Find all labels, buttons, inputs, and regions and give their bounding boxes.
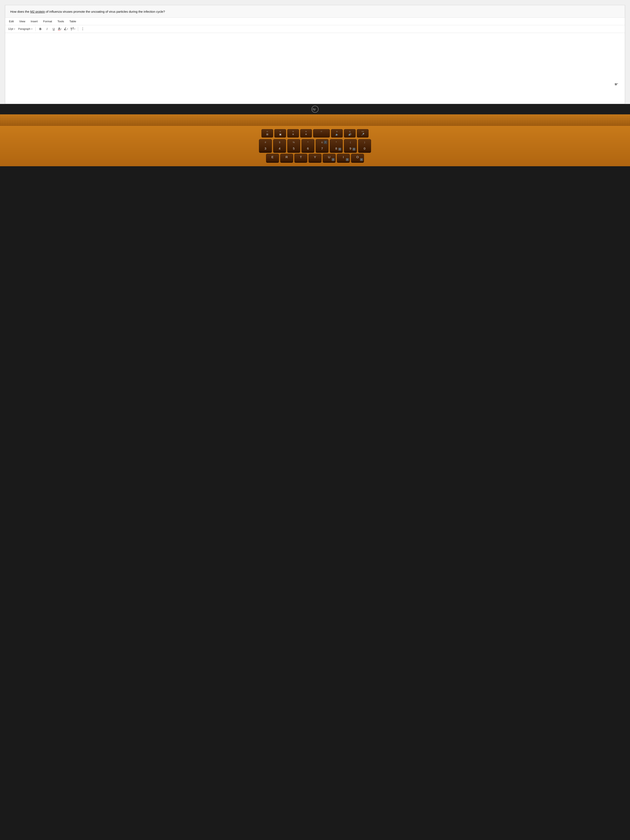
- fn-key-f3[interactable]: f3 ⊞: [262, 129, 273, 137]
- italic-button[interactable]: I: [44, 27, 50, 32]
- key-t[interactable]: T: [294, 154, 307, 162]
- paragraph-chevron: ∨: [31, 28, 33, 30]
- fn-key-f7[interactable]: f7: [313, 129, 330, 137]
- underline-button[interactable]: U: [51, 27, 57, 32]
- fn-key-f9[interactable]: f9 🔊: [344, 129, 355, 137]
- number-row: # 3 $ 4 % 5 ^ 6 7 & 7 8 * 8 9 ( 9: [2, 139, 628, 152]
- menu-insert[interactable]: Insert: [30, 19, 38, 23]
- key-y[interactable]: Y: [308, 154, 322, 162]
- more-options-dots: ⋮: [81, 27, 84, 31]
- key-o[interactable]: O 6: [351, 154, 364, 162]
- font-color-button[interactable]: A ∨: [58, 27, 62, 31]
- key-o-badge: 6: [360, 158, 363, 161]
- document-container: How does the M2 protein of influenza vir…: [5, 5, 625, 104]
- key-7[interactable]: 7 & 7: [316, 139, 328, 152]
- key-9[interactable]: 9 ( 9: [344, 139, 357, 152]
- fn-key-f6[interactable]: f6 ✳: [300, 129, 312, 137]
- paragraph-style-dropdown[interactable]: Paragraph ∨: [17, 27, 33, 31]
- fn-key-f8[interactable]: f8 🔈: [331, 129, 343, 137]
- key-0[interactable]: ) 0: [358, 139, 371, 152]
- screen-bezel-bottom: hp: [0, 104, 630, 114]
- highlight-chevron: ∨: [67, 28, 68, 30]
- letter-row-bottom: E R T Y U 4 I 5 O 6: [2, 154, 628, 162]
- keyboard-area: f3 ⊞ f4 ▣ f5 ✳ f6 ✳ f7 f8 🔈 f9 🔊 f10: [0, 126, 630, 166]
- hp-logo: hp: [311, 106, 319, 113]
- question-text-start: How does the: [10, 10, 30, 13]
- toolbar-separator-1: [35, 27, 36, 31]
- key-u-badge: 4: [332, 158, 335, 161]
- menu-edit[interactable]: Edit: [8, 19, 14, 23]
- question-text: How does the M2 protein of influenza vir…: [5, 5, 625, 18]
- editor-content[interactable]: ☛: [5, 33, 625, 104]
- svg-text:hp: hp: [313, 107, 316, 111]
- key-3[interactable]: # 3: [259, 139, 272, 152]
- more-options-button[interactable]: ⋮: [80, 27, 85, 31]
- toolbar-separator-2: [78, 27, 78, 31]
- hand-cursor-icon: ☛: [614, 82, 619, 87]
- highlight-label: ∠: [64, 27, 67, 31]
- m2-protein-link[interactable]: M2 protein: [30, 10, 45, 13]
- screen-area: How does the M2 protein of influenza vir…: [0, 0, 630, 104]
- question-text-end: of influenza viruses promote the uncoati…: [45, 10, 165, 13]
- superscript-chevron: ∨: [74, 28, 76, 30]
- fn-key-f10[interactable]: f10 🎤: [357, 129, 368, 137]
- key-r[interactable]: R: [280, 154, 293, 162]
- key-u[interactable]: U 4: [323, 154, 336, 162]
- toolbar: 12pt ∨ Paragraph ∨ B I U A: [5, 25, 625, 33]
- superscript-label: T2: [70, 27, 74, 31]
- menu-tools[interactable]: Tools: [57, 19, 65, 23]
- key-9-badge: 9: [352, 148, 355, 151]
- key-8[interactable]: 8 * 8: [330, 139, 343, 152]
- fn-key-f5[interactable]: f5 ✳: [287, 129, 299, 137]
- speaker-grille: // Generate dots inline: [0, 114, 630, 126]
- key-i-badge: 5: [346, 158, 349, 161]
- key-e[interactable]: E: [266, 154, 279, 162]
- fn-row: f3 ⊞ f4 ▣ f5 ✳ f6 ✳ f7 f8 🔈 f9 🔊 f10: [2, 129, 628, 137]
- menu-bar: Edit View Insert Format Tools Table: [5, 18, 625, 25]
- font-size-chevron: ∨: [14, 28, 15, 30]
- key-6[interactable]: ^ 6: [302, 139, 314, 152]
- menu-format[interactable]: Format: [42, 19, 53, 23]
- font-color-label: A: [58, 27, 60, 31]
- key-8-badge: 8: [338, 148, 341, 151]
- superscript-button[interactable]: T2 ∨: [70, 26, 76, 32]
- menu-table[interactable]: Table: [68, 19, 77, 23]
- font-size-dropdown[interactable]: 12pt ∨: [7, 27, 16, 31]
- menu-view[interactable]: View: [18, 19, 26, 23]
- font-color-chevron: ∨: [60, 28, 62, 30]
- key-4[interactable]: $ 4: [273, 139, 286, 152]
- fn-key-f4[interactable]: f4 ▣: [275, 129, 286, 137]
- bold-button[interactable]: B: [38, 27, 43, 32]
- highlight-button[interactable]: ∠ ∨: [63, 27, 68, 31]
- font-size-value: 12pt: [8, 27, 13, 30]
- key-5[interactable]: % 5: [287, 139, 300, 152]
- paragraph-style-value: Paragraph: [18, 27, 30, 30]
- key-i[interactable]: I 5: [337, 154, 350, 162]
